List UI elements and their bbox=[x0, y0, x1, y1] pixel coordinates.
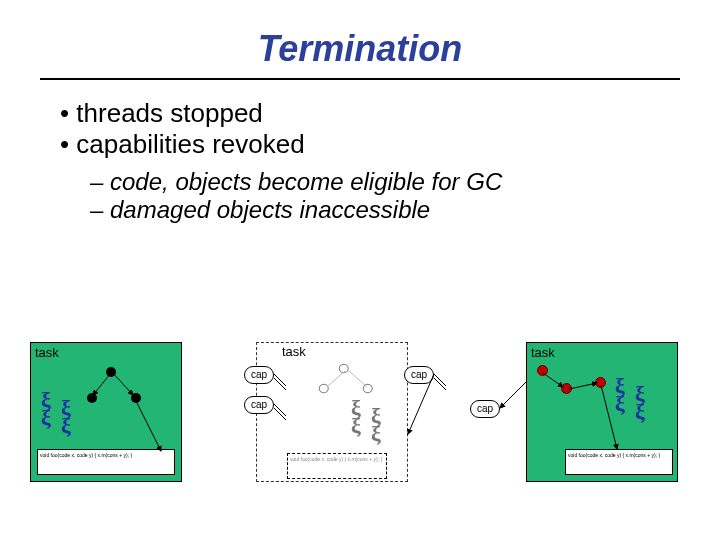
sub-bullet-2: damaged objects inaccessible bbox=[90, 196, 720, 224]
bullet-2: capabilities revoked bbox=[60, 129, 720, 160]
svg-line-15 bbox=[601, 385, 617, 449]
sub-bullets: code, objects become eligible for GC dam… bbox=[90, 168, 720, 224]
svg-line-12 bbox=[434, 378, 446, 390]
edges-left bbox=[31, 343, 183, 483]
svg-line-0 bbox=[93, 373, 111, 395]
svg-line-14 bbox=[569, 383, 597, 389]
task-box-right: task ξξ ξξ void foo(code x, code y) { x.… bbox=[526, 342, 678, 482]
task-label-middle: task bbox=[282, 344, 306, 359]
diagram-area: task ξξ ξξ void foo(code x, code y) { x.… bbox=[30, 330, 690, 510]
sub-bullet-1: code, objects become eligible for GC bbox=[90, 168, 720, 196]
svg-line-2 bbox=[136, 401, 161, 451]
edges-middle bbox=[257, 343, 409, 483]
svg-line-1 bbox=[113, 373, 133, 395]
slide-title: Termination bbox=[0, 28, 720, 70]
svg-line-11 bbox=[434, 374, 446, 386]
task-box-middle-dashed: ○ ○ ○ ξξ ξξ void foo(code x, code y) { x… bbox=[256, 342, 408, 482]
main-bullets: threads stopped capabilities revoked bbox=[60, 98, 720, 160]
capability-node: cap bbox=[244, 366, 274, 384]
task-box-left: task ξξ ξξ void foo(code x, code y) { x.… bbox=[30, 342, 182, 482]
capability-node: cap bbox=[244, 396, 274, 414]
edges-right bbox=[527, 343, 679, 483]
capability-node: cap bbox=[404, 366, 434, 384]
capability-node: cap bbox=[470, 400, 500, 418]
svg-line-13 bbox=[543, 373, 563, 387]
svg-line-4 bbox=[349, 371, 367, 387]
svg-line-3 bbox=[327, 371, 345, 387]
title-underline bbox=[40, 78, 680, 80]
bullet-1: threads stopped bbox=[60, 98, 720, 129]
